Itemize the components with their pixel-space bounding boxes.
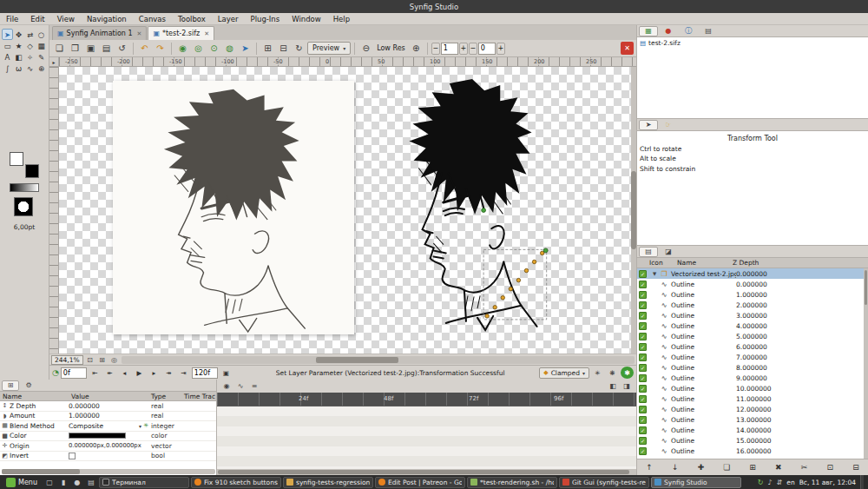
menu-item[interactable]: Edit xyxy=(24,13,50,25)
toggle-guides-button[interactable]: ⊟ xyxy=(276,42,291,56)
toggle-position-handles-button[interactable]: ◉ xyxy=(175,42,190,56)
layer-enabled-checkbox[interactable] xyxy=(639,447,647,455)
scrollbar-thumb[interactable] xyxy=(316,357,398,363)
increase-resolution-button[interactable]: ⊕ xyxy=(409,42,424,56)
layer-row-outline[interactable]: ∿ Outline 0.000000 xyxy=(637,279,868,289)
taskbar-window-button[interactable]: Терминал xyxy=(99,477,189,488)
canvas-tab[interactable]: ◪ xyxy=(659,247,678,257)
increment-button[interactable] xyxy=(496,43,505,55)
transform-tool[interactable]: ➤ xyxy=(2,29,13,40)
param-row-z-depth[interactable]: ↕ Z Depth 0.000000 real xyxy=(0,401,216,412)
blend-method-dropdown[interactable]: Composite ▾ ✳ xyxy=(69,422,148,430)
layers-scrollbar[interactable] xyxy=(864,268,868,459)
canvas-browser-tab[interactable]: ▦ xyxy=(639,26,658,36)
preview-quality-dropdown[interactable]: Preview xyxy=(307,42,351,55)
gradient-tool[interactable]: ▦ xyxy=(36,40,47,51)
layer-enabled-checkbox[interactable] xyxy=(639,270,647,278)
text-tool[interactable]: A xyxy=(2,51,13,63)
zoom-reset-button[interactable]: ⊞ xyxy=(97,355,108,365)
toggle-tangent-handles-button[interactable]: ⊙ xyxy=(207,42,221,56)
menu-item[interactable]: Window xyxy=(286,13,327,25)
layer-enabled-checkbox[interactable] xyxy=(639,322,647,330)
undo-button[interactable]: ↶ xyxy=(137,42,152,56)
terminal-launcher-icon[interactable]: ▮ xyxy=(57,477,69,488)
taskbar-window-button[interactable]: Git Gui (synfig-tests-regres... xyxy=(559,477,649,488)
mirror-tool[interactable]: ⇄ xyxy=(24,29,36,40)
duplicate-layer-button[interactable]: ⊞ xyxy=(746,461,760,473)
save-document-button[interactable]: ▣ xyxy=(83,42,98,56)
layer-enabled-checkbox[interactable] xyxy=(639,312,647,320)
timetrack-scrollbar[interactable] xyxy=(217,469,636,475)
layer-enabled-checkbox[interactable] xyxy=(639,364,647,372)
layer-enabled-checkbox[interactable] xyxy=(639,333,647,340)
scrollbar-thumb[interactable] xyxy=(865,270,867,305)
close-tab-icon[interactable] xyxy=(137,30,142,37)
layer-row-outline[interactable]: ∿ Outline 7.000000 xyxy=(637,352,868,362)
canvas-viewport[interactable] xyxy=(59,67,631,354)
layer-enabled-checkbox[interactable] xyxy=(639,426,647,434)
draw-tool[interactable]: ✎ xyxy=(36,51,47,63)
param-row-blend-method[interactable]: ▦ Blend Method Composite ▾ ✳ integer xyxy=(0,421,216,432)
zoom-fit-button[interactable]: ⊡ xyxy=(85,355,95,365)
toggle-angle-handles-button[interactable]: ➤ xyxy=(238,42,253,56)
redo-button[interactable]: ↷ xyxy=(153,42,168,56)
expander-icon[interactable]: ▼ xyxy=(650,271,659,276)
current-frame-input[interactable] xyxy=(61,367,87,379)
width-tool[interactable]: ω xyxy=(13,63,24,74)
new-group-button[interactable]: ❏ xyxy=(720,461,733,473)
layer-row-group[interactable]: ▼ ❐ Vectorized test-2.jpg 0.000000 xyxy=(637,268,868,279)
gradient-swatch[interactable] xyxy=(10,183,39,192)
past-onion-input[interactable] xyxy=(441,43,458,55)
timetrack-rows[interactable] xyxy=(217,406,636,469)
revert-button[interactable]: ↺ xyxy=(115,42,129,56)
layer-enabled-checkbox[interactable] xyxy=(639,343,647,351)
polygon-tool[interactable]: ◇ xyxy=(24,40,36,51)
menu-item[interactable]: Canvas xyxy=(133,13,172,25)
layer-row-outline[interactable]: ∿ Outline 14.000000 xyxy=(637,425,868,435)
menu-item[interactable]: File xyxy=(0,13,24,25)
lock-past-keyframe-button[interactable]: ◧ xyxy=(607,380,619,392)
decrease-resolution-button[interactable]: ⊖ xyxy=(358,42,373,56)
menu-item[interactable]: Help xyxy=(327,13,356,25)
layer-enabled-checkbox[interactable] xyxy=(639,281,647,288)
menu-item[interactable]: Navigation xyxy=(81,13,133,25)
sketch-tool[interactable]: ∿ xyxy=(24,63,36,74)
horizontal-scrollbar[interactable] xyxy=(122,356,635,364)
close-canvas-icon[interactable] xyxy=(621,42,634,55)
rectangle-tool[interactable]: ▭ xyxy=(2,40,13,51)
tab-test-2-sifz[interactable]: ▣ *test-2.sifz xyxy=(148,26,214,40)
layer-enabled-checkbox[interactable] xyxy=(639,301,647,309)
layer-row-outline[interactable]: ∿ Outline 15.000000 xyxy=(637,435,868,446)
outline-color-swatch[interactable] xyxy=(10,152,23,166)
layer-row-outline[interactable]: ∿ Outline 10.000000 xyxy=(637,383,868,393)
scrollbar-thumb[interactable] xyxy=(218,470,629,474)
params-tab[interactable]: ⊞ xyxy=(2,380,19,391)
layer-row-outline[interactable]: ∿ Outline 1.000000 xyxy=(637,289,868,300)
close-tab-icon[interactable] xyxy=(204,30,209,37)
layer-row-outline[interactable]: ∿ Outline 9.000000 xyxy=(637,373,868,383)
taskbar-window-button[interactable]: synfig-tests-regressions xyxy=(283,477,373,488)
seek-begin-button[interactable]: ⇤ xyxy=(89,367,102,379)
layer-row-outline[interactable]: ∿ Outline 8.000000 xyxy=(637,362,868,373)
invert-checkbox[interactable] xyxy=(69,453,76,459)
curves-button[interactable]: ∿ xyxy=(234,380,247,392)
menu-item[interactable]: View xyxy=(51,13,81,25)
open-document-button[interactable]: ❐ xyxy=(68,42,82,56)
history-tab[interactable]: ● xyxy=(659,26,678,36)
param-row-amount[interactable]: ◗ Amount 1.000000 real xyxy=(0,412,216,422)
seek-end-button[interactable]: ⇥ xyxy=(177,367,190,379)
zoom-tool[interactable]: ⊕ xyxy=(36,63,47,74)
decrement-button[interactable] xyxy=(431,43,440,55)
horizontal-ruler[interactable]: -250-200-150-100-50050100150200250 xyxy=(59,57,636,67)
layer-enabled-checkbox[interactable] xyxy=(639,416,647,424)
animate-mode-button[interactable]: ✱ xyxy=(621,367,634,379)
taskbar-window-button[interactable]: Synfig Studio xyxy=(651,477,741,488)
show-keyframes-button[interactable]: ✳ xyxy=(591,367,604,379)
info-tab[interactable]: ⓘ xyxy=(679,26,698,36)
hints-tab[interactable]: ☞ xyxy=(659,120,678,130)
library-tab[interactable]: ▤ xyxy=(699,26,718,36)
canvas-file-item[interactable]: ▤ test-2.sifz xyxy=(637,37,868,49)
menu-item[interactable]: Plug-Ins xyxy=(245,13,286,25)
tab-synfig-animation-1[interactable]: ▣ Synfig Animation 1 xyxy=(52,26,147,40)
decrement-button[interactable] xyxy=(469,43,477,55)
